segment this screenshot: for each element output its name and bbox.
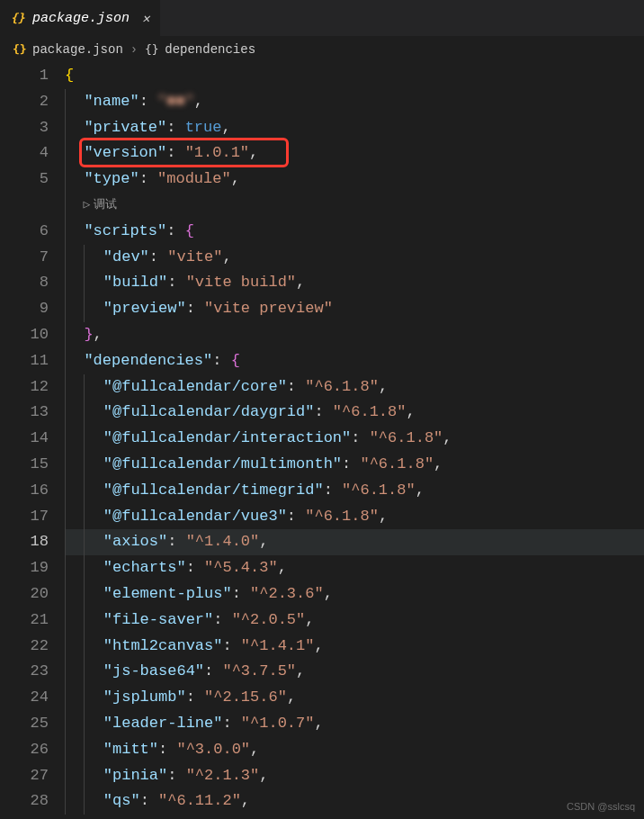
svg-text:{}: {} bbox=[11, 11, 25, 24]
line-number: 9 bbox=[0, 296, 49, 322]
tab-package-json[interactable]: {} package.json ✕ bbox=[0, 0, 161, 36]
line-number: 20 bbox=[0, 581, 49, 608]
breadcrumb[interactable]: {} package.json › {} dependencies bbox=[0, 36, 644, 63]
code-area[interactable]: { "name": "■■", "private": true, "versio… bbox=[65, 63, 644, 819]
code-line: "preview": "vite preview" bbox=[65, 296, 644, 322]
code-line: "jsplumb": "^2.15.6", bbox=[65, 685, 644, 711]
code-line: "dev": "vite", bbox=[65, 245, 644, 271]
tab-bar: {} package.json ✕ bbox=[0, 0, 644, 36]
editor[interactable]: 1 2 3 4 5 6 7 8 9 10 11 12 13 14 15 16 1… bbox=[0, 63, 644, 819]
code-line: "@fullcalendar/timegrid": "^6.1.8", bbox=[65, 478, 644, 504]
line-number: 1 bbox=[0, 63, 49, 89]
line-number: 28 bbox=[0, 788, 49, 814]
code-line: "@fullcalendar/core": "^6.1.8", bbox=[65, 374, 644, 400]
svg-text:{}: {} bbox=[145, 42, 159, 56]
code-line: "element-plus": "^2.3.6", bbox=[65, 581, 644, 608]
code-line: "mitt": "^3.0.0", bbox=[65, 737, 644, 763]
svg-text:{}: {} bbox=[13, 42, 27, 56]
code-line: "js-base64": "^3.7.5", bbox=[65, 659, 644, 685]
line-number: 5 bbox=[0, 166, 49, 193]
line-number: 4 bbox=[0, 140, 49, 166]
line-number: 27 bbox=[0, 763, 49, 789]
line-number: 11 bbox=[0, 348, 49, 374]
json-file-icon: {} bbox=[11, 11, 25, 25]
code-line: "type": "module", bbox=[65, 166, 644, 193]
breadcrumb-file: package.json bbox=[32, 42, 123, 57]
line-number: 7 bbox=[0, 245, 49, 271]
code-line: "pinia": "^2.1.3", bbox=[65, 763, 644, 789]
braces-icon: {} bbox=[145, 42, 159, 57]
code-line: "@fullcalendar/interaction": "^6.1.8", bbox=[65, 426, 644, 452]
line-number: 8 bbox=[0, 270, 49, 296]
code-line: "axios": "^1.4.0", bbox=[65, 529, 644, 555]
code-line: "echarts": "^5.4.3", bbox=[65, 555, 644, 581]
code-line: "scripts": { bbox=[65, 219, 644, 245]
code-line: "html2canvas": "^1.4.1", bbox=[65, 634, 644, 660]
play-icon: ▷ bbox=[84, 193, 91, 219]
code-line: "@fullcalendar/vue3": "^6.1.8", bbox=[65, 504, 644, 530]
code-line: "version": "1.0.1", bbox=[65, 140, 644, 166]
gutter: 1 2 3 4 5 6 7 8 9 10 11 12 13 14 15 16 1… bbox=[0, 63, 65, 819]
line-number: 18 bbox=[0, 529, 49, 555]
line-number: 12 bbox=[0, 374, 49, 400]
line-number: 15 bbox=[0, 452, 49, 478]
code-line: }, bbox=[65, 322, 644, 348]
line-number: 6 bbox=[0, 219, 49, 245]
code-line: "build": "vite build", bbox=[65, 270, 644, 296]
code-line: "leader-line": "^1.0.7", bbox=[65, 711, 644, 737]
tab-label: package.json bbox=[32, 11, 130, 26]
code-line: "@fullcalendar/multimonth": "^6.1.8", bbox=[65, 452, 644, 478]
line-number: 22 bbox=[0, 634, 49, 660]
code-line: { bbox=[65, 63, 644, 89]
line-number: 10 bbox=[0, 322, 49, 348]
line-number: 21 bbox=[0, 608, 49, 634]
line-number: 14 bbox=[0, 426, 49, 452]
watermark: CSDN @sslcsq bbox=[567, 801, 635, 812]
line-number: 2 bbox=[0, 89, 49, 115]
line-number: 19 bbox=[0, 555, 49, 581]
code-line: "file-saver": "^2.0.5", bbox=[65, 608, 644, 634]
codelens-debug[interactable]: ▷ 调试 bbox=[65, 193, 644, 219]
json-file-icon: {} bbox=[13, 42, 27, 57]
breadcrumb-section: dependencies bbox=[165, 42, 255, 57]
line-number: 16 bbox=[0, 478, 49, 504]
close-icon[interactable]: ✕ bbox=[142, 11, 149, 26]
chevron-right-icon: › bbox=[130, 42, 138, 57]
line-number: 23 bbox=[0, 659, 49, 685]
line-number: 24 bbox=[0, 685, 49, 711]
line-number: 17 bbox=[0, 504, 49, 530]
line-number: 26 bbox=[0, 737, 49, 763]
line-number bbox=[0, 193, 49, 219]
code-line: "dependencies": { bbox=[65, 348, 644, 374]
code-line: "private": true, bbox=[65, 115, 644, 141]
code-line: "@fullcalendar/daygrid": "^6.1.8", bbox=[65, 400, 644, 426]
line-number: 3 bbox=[0, 115, 49, 141]
code-line: "name": "■■", bbox=[65, 89, 644, 115]
line-number: 13 bbox=[0, 400, 49, 426]
code-line: "qs": "^6.11.2", bbox=[65, 788, 644, 814]
line-number: 25 bbox=[0, 711, 49, 737]
